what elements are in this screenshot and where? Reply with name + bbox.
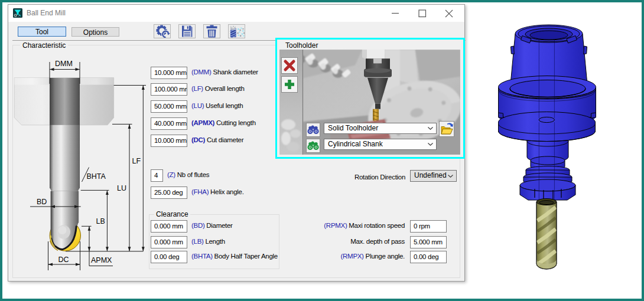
- svg-text:BD: BD: [37, 198, 47, 206]
- svg-text:DC: DC: [58, 256, 69, 264]
- svg-text:LB: LB: [96, 217, 105, 225]
- svg-text:BHTA: BHTA: [87, 172, 106, 181]
- svg-text:DMM: DMM: [55, 60, 73, 68]
- svg-text:LF: LF: [132, 157, 141, 165]
- svg-text:APMX: APMX: [91, 256, 112, 264]
- svg-text:LU: LU: [117, 184, 126, 192]
